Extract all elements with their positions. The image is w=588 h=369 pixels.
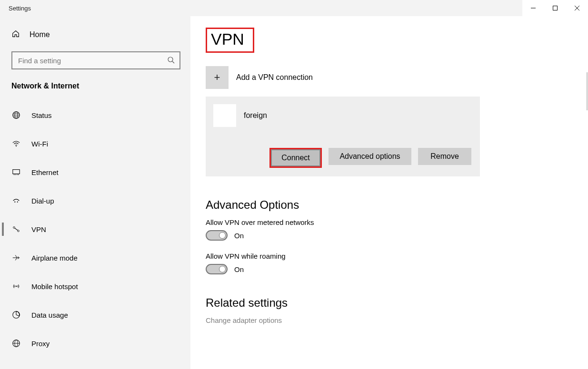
- data-usage-icon: [11, 311, 21, 319]
- sidebar-item-label: Mobile hotspot: [31, 282, 78, 291]
- vpn-connection-name: foreign: [244, 111, 267, 120]
- roaming-label: Allow VPN while roaming: [206, 252, 588, 260]
- change-adapter-link[interactable]: Change adapter options: [206, 316, 588, 324]
- connect-highlight: Connect: [269, 148, 322, 168]
- svg-point-20: [18, 230, 20, 232]
- sidebar-item-label: Dial-up: [31, 197, 54, 205]
- vpn-connection-icon: [213, 104, 236, 127]
- metered-label: Allow VPN over metered networks: [206, 218, 588, 226]
- svg-point-4: [168, 57, 173, 62]
- hotspot-icon: [11, 282, 21, 291]
- svg-point-21: [16, 286, 17, 287]
- vpn-icon: [11, 225, 21, 233]
- close-button[interactable]: [566, 0, 588, 16]
- sidebar-category: Network & Internet: [0, 74, 190, 95]
- metered-toggle-row: On: [206, 230, 588, 241]
- proxy-icon: [11, 339, 21, 348]
- vpn-connection-card[interactable]: foreign Connect Advanced options Remove: [206, 97, 480, 176]
- minimize-icon: [530, 5, 536, 11]
- sidebar-item-vpn[interactable]: VPN: [0, 215, 190, 243]
- maximize-button[interactable]: [544, 0, 566, 16]
- search-wrap: [0, 44, 190, 74]
- search-input[interactable]: [17, 56, 167, 65]
- advanced-options-button[interactable]: Advanced options: [329, 148, 411, 165]
- sidebar-item-hotspot[interactable]: Mobile hotspot: [0, 272, 190, 301]
- connect-button[interactable]: Connect: [271, 149, 320, 166]
- vpn-actions: Connect Advanced options Remove: [213, 148, 472, 168]
- related-settings-heading: Related settings: [206, 296, 588, 310]
- sidebar-item-status[interactable]: Status: [0, 101, 190, 129]
- metered-toggle[interactable]: [206, 230, 228, 241]
- sidebar-item-proxy[interactable]: Proxy: [0, 329, 190, 358]
- add-vpn-row[interactable]: + Add a VPN connection: [206, 66, 588, 89]
- sidebar-item-label: Status: [31, 111, 52, 119]
- svg-rect-1: [553, 6, 558, 10]
- title-bar: Settings: [0, 0, 588, 16]
- close-icon: [574, 5, 580, 11]
- ethernet-icon: [11, 168, 21, 176]
- sidebar-item-ethernet[interactable]: Ethernet: [0, 158, 190, 186]
- dialup-icon: [11, 196, 21, 205]
- search-box[interactable]: [11, 51, 180, 69]
- sidebar-item-label: Airplane mode: [31, 254, 78, 262]
- svg-point-18: [17, 202, 18, 203]
- airplane-icon: [11, 253, 21, 262]
- globe-icon: [11, 111, 21, 119]
- sidebar-item-wifi[interactable]: Wi-Fi: [0, 129, 190, 158]
- search-icon: [167, 56, 175, 65]
- scrollbar[interactable]: [587, 72, 588, 110]
- page-title: VPN: [206, 28, 254, 53]
- add-vpn-label: Add a VPN connection: [236, 73, 313, 82]
- main-content: VPN + Add a VPN connection foreign Conne…: [190, 16, 588, 369]
- vpn-card-header: foreign: [213, 104, 472, 127]
- sidebar-item-label: Wi-Fi: [31, 140, 48, 148]
- sidebar-item-label: Ethernet: [31, 168, 59, 176]
- svg-rect-12: [13, 170, 20, 174]
- svg-point-11: [16, 146, 17, 147]
- roaming-state: On: [234, 265, 244, 273]
- svg-line-5: [172, 61, 174, 63]
- sidebar-home-label: Home: [30, 30, 50, 39]
- roaming-toggle-row: On: [206, 264, 588, 274]
- sidebar: Home Network & Internet Status: [0, 16, 190, 369]
- wifi-icon: [11, 139, 21, 148]
- sidebar-item-dialup[interactable]: Dial-up: [0, 186, 190, 215]
- remove-button[interactable]: Remove: [418, 148, 471, 165]
- sidebar-item-label: Proxy: [31, 340, 50, 348]
- toggle-knob: [219, 266, 226, 272]
- sidebar-item-airplane[interactable]: Airplane mode: [0, 243, 190, 272]
- home-icon: [11, 29, 20, 40]
- svg-point-19: [13, 227, 15, 229]
- maximize-icon: [552, 5, 558, 11]
- sidebar-item-label: VPN: [31, 225, 46, 233]
- roaming-toggle[interactable]: [206, 264, 228, 274]
- plus-icon[interactable]: +: [206, 66, 229, 89]
- sidebar-nav: Status Wi-Fi Ethernet Dial-up: [0, 95, 190, 358]
- sidebar-item-label: Data usage: [31, 311, 68, 319]
- sidebar-item-datausage[interactable]: Data usage: [0, 301, 190, 329]
- toggle-knob: [219, 232, 226, 239]
- advanced-options-heading: Advanced Options: [206, 198, 588, 212]
- minimize-button[interactable]: [522, 0, 544, 16]
- metered-state: On: [234, 232, 244, 240]
- svg-point-17: [14, 202, 15, 203]
- sidebar-home[interactable]: Home: [0, 26, 190, 44]
- window-title: Settings: [0, 5, 31, 12]
- window-controls: [522, 0, 588, 16]
